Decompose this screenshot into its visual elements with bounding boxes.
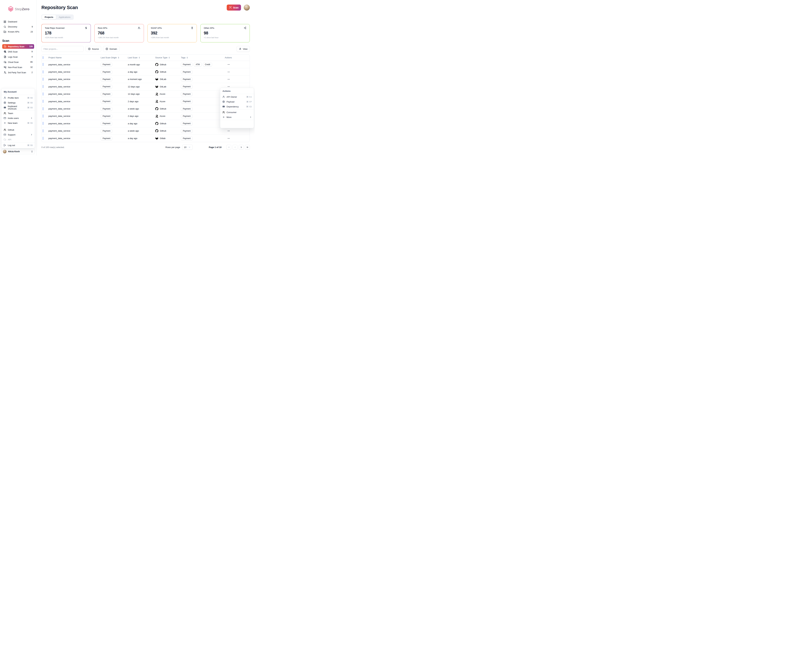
user-check-icon [138,27,141,29]
card-icon [3,133,6,136]
menu-item-label: Dependency [227,105,239,108]
add-source-button[interactable]: Source [86,46,101,52]
actions-cell [225,70,250,73]
stat-value: 768 [98,31,140,35]
stat-card-other-apis: Other APIs98+1 since last hour [201,24,250,42]
sidebar-item-label: Non-Prod Scan [8,66,22,68]
tag-badge: Credit [203,63,212,66]
dollar-icon [85,27,87,29]
row-actions-button[interactable] [225,70,231,73]
view-button[interactable]: View [237,46,250,52]
sidebar-item-cloud-scan[interactable]: Cloud Scan65 [2,60,34,64]
menu-item-shortcut: ⌘⇧B [27,122,33,124]
rows-per-page-select[interactable]: 10 [182,144,192,150]
stepzero-logo-icon [8,6,14,12]
sort-icon[interactable] [168,57,170,59]
menu-item-shortcut: ⌘⇧B [27,97,33,99]
account-menu-item-profile-item[interactable]: Profile Item⌘⇧B [2,95,34,100]
server-icon [191,27,194,29]
sidebar-item-count: 4 [31,56,33,58]
menu-item-label: New team [8,122,18,124]
actions-popup-footer [221,120,253,128]
filter-projects-input[interactable] [41,46,84,52]
azure-icon [155,114,158,118]
azure-icon [155,93,158,96]
tags-cell: PaymentATMCredit [181,63,225,66]
user-switcher[interactable]: Alicia Koch [1,149,35,154]
tab-projects[interactable]: Projects [42,15,56,19]
account-menu-item-settings[interactable]: Settings⌘⇧B [2,100,34,105]
github-icon [155,63,158,66]
sidebar-item-label: DNS Scan [8,50,18,53]
sort-icon[interactable] [138,57,140,59]
last-scan-origin-cell: Payment [101,100,128,103]
actions-cell [225,63,250,66]
gitlab-icon [155,137,158,140]
sort-icon[interactable] [118,57,119,59]
sidebar-item-dasboard[interactable]: Dasboard [0,19,36,24]
sidebar-item-discovery[interactable]: Discovery9 [0,24,36,29]
last-scan-origin-cell: Payment [101,107,128,111]
gitlab-icon [155,85,158,88]
chevron-right-button[interactable] [239,145,244,149]
row-actions-button[interactable] [225,137,231,140]
account-menu-item-invite-users[interactable]: Invite users [2,116,34,121]
chevrons-right-button[interactable] [245,145,250,149]
plus-icon [222,116,225,118]
sidebar-item-dns-scan[interactable]: DNS Scan9 [2,50,34,54]
origin-badge: Payment [101,107,112,111]
tag-badge: Payment [181,114,192,118]
tags-cell: Payment [181,70,225,74]
menu-item-label: Consumer [227,111,237,114]
profile-avatar[interactable] [244,5,250,10]
account-menu-item-new-team[interactable]: New team⌘⇧B [2,121,34,125]
tag-badge: Payment [181,70,192,74]
sidebar-item-label: 3rd Party Tool Scan [8,71,26,74]
source-label: Github [160,108,166,110]
menu-item-label: Team [8,112,13,114]
tags-cell: Payment [181,114,225,118]
account-menu-item-github[interactable]: Github [2,127,34,132]
chevron-right-icon [30,134,33,136]
scan-nav: Repository Scan128DNS Scan9Logs Scan4Clo… [0,44,36,75]
sidebar-item-count: 9 [31,50,33,53]
button-label: Source [92,48,99,50]
menu-item-label: Payload [227,101,234,103]
sidebar-item-repository-scan[interactable]: Repository Scan128 [2,44,34,49]
sidebar-item-non-prod-scan[interactable]: Non-Prod Scan32 [2,65,34,70]
actions-menu-item-payload[interactable]: Payload⌘⇧P [221,99,253,104]
row-actions-popup: Actions API Owner⌘⇧APayload⌘⇧PDependency… [220,88,254,128]
account-menu-item-log-out[interactable]: Log out⌘⇧B [2,143,34,148]
sort-icon[interactable] [186,57,188,59]
stat-value: 178 [45,31,87,35]
add-domain-button[interactable]: Domain [103,46,119,52]
source-label: Azure [160,100,165,103]
actions-menu-item-dependency[interactable]: Dependency⌘⇧D [221,104,253,109]
source-label: Github [160,71,166,73]
source-type-cell: Github [155,129,181,133]
scan-button[interactable]: Scan [227,5,241,10]
sidebar-item-3rd-party-tool-scan[interactable]: 3rd Party Tool Scan2 [2,70,34,75]
actions-menu-item-more[interactable]: More [221,114,253,119]
account-menu-item-support[interactable]: Support [2,132,34,137]
sidebar-item-known-apis[interactable]: Known APIs23 [0,29,36,34]
source-type-cell: GitLab [155,78,181,81]
sidebar-item-label: Repository Scan [8,45,24,48]
account-menu-item-keyboard-shortcuts[interactable]: Keyboard shortcuts⌘⇧B [2,105,34,110]
sidebar-item-count: 23 [30,31,33,33]
tag-badge: Payment [181,92,192,96]
stat-value: 392 [151,31,194,35]
row-actions-button[interactable] [225,78,231,81]
row-actions-button[interactable] [225,129,231,133]
account-menu-item-team[interactable]: Team [2,111,34,116]
user-name: Alicia Koch [8,150,20,153]
tab-applications[interactable]: Applications [56,15,73,19]
row-actions-button[interactable] [225,63,231,66]
last-scan-cell: 12 days ago [128,93,155,95]
actions-menu-item-api-owner[interactable]: API Owner⌘⇧A [221,95,253,99]
actions-menu-item-consumer[interactable]: Consumer [221,110,253,114]
last-scan-origin-cell: Payment [101,121,128,125]
source-type-cell: Gitlab [155,137,181,140]
sidebar-item-logs-scan[interactable]: Logs Scan4 [2,55,34,59]
table-toolbar: SourceDomain View [41,46,250,52]
